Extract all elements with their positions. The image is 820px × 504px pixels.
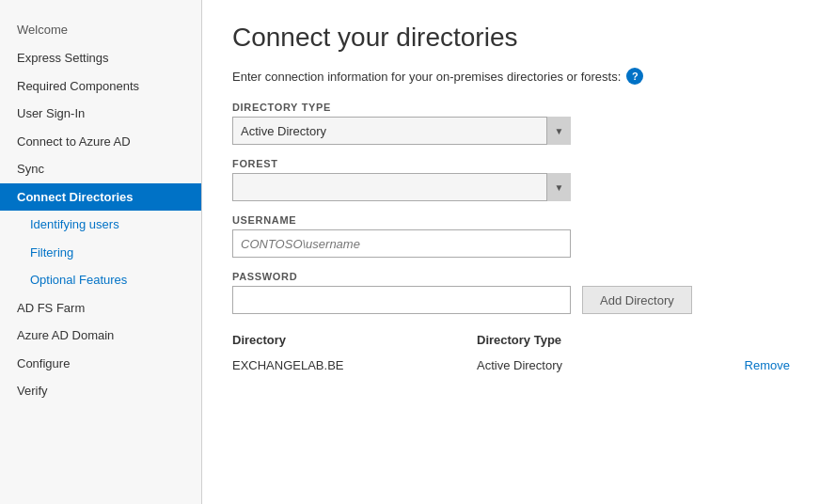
main-content: Connect your directories Enter connectio… <box>202 0 820 504</box>
forest-dropdown-wrapper: ▼ <box>232 173 571 201</box>
directory-table: Directory Directory Type EXCHANGELAB.BEA… <box>232 333 790 377</box>
sidebar-item-identifying-users[interactable]: Identifying users <box>0 211 201 239</box>
directory-row: EXCHANGELAB.BEActive DirectoryRemove <box>232 353 790 377</box>
remove-link-0[interactable]: Remove <box>745 358 790 372</box>
subtitle: Enter connection information for your on… <box>232 68 790 85</box>
col-directory-header: Directory <box>232 333 477 347</box>
sidebar: Welcome Express SettingsRequired Compone… <box>0 0 202 504</box>
password-row: Add Directory <box>232 286 790 314</box>
help-icon[interactable]: ? <box>626 68 643 85</box>
page-title: Connect your directories <box>232 23 790 53</box>
sidebar-item-optional-features[interactable]: Optional Features <box>0 266 201 294</box>
directory-action-0: Remove <box>665 356 790 373</box>
directory-type-val-0: Active Directory <box>477 358 665 372</box>
col-action-header <box>665 333 790 347</box>
directory-name-0: EXCHANGELAB.BE <box>232 358 477 372</box>
sidebar-item-required-components[interactable]: Required Components <box>0 72 201 101</box>
forest-group: FOREST ▼ <box>232 158 790 201</box>
sidebar-item-verify[interactable]: Verify <box>0 377 201 405</box>
sidebar-item-express-settings[interactable]: Express Settings <box>0 44 201 72</box>
sidebar-item-ad-fs-farm[interactable]: AD FS Farm <box>0 294 201 323</box>
directory-table-header: Directory Directory Type <box>232 333 790 351</box>
directory-type-select[interactable]: Active Directory LDAP <box>232 117 571 145</box>
directory-type-label: DIRECTORY TYPE <box>232 102 790 113</box>
sidebar-item-sync[interactable]: Sync <box>0 155 201 183</box>
username-input[interactable] <box>232 229 571 258</box>
subtitle-text: Enter connection information for your on… <box>232 70 621 84</box>
add-directory-button[interactable]: Add Directory <box>582 286 692 314</box>
password-label: PASSWORD <box>232 271 790 282</box>
forest-label: FOREST <box>232 158 790 169</box>
sidebar-welcome: Welcome <box>0 19 201 44</box>
sidebar-item-azure-ad-domain[interactable]: Azure AD Domain <box>0 322 201 350</box>
forest-select[interactable] <box>232 173 571 201</box>
sidebar-item-user-sign-in[interactable]: User Sign-In <box>0 100 201 128</box>
directory-type-dropdown-wrapper: Active Directory LDAP ▼ <box>232 117 571 145</box>
directory-type-group: DIRECTORY TYPE Active Directory LDAP ▼ <box>232 102 790 145</box>
col-type-header: Directory Type <box>477 333 665 347</box>
sidebar-item-filtering[interactable]: Filtering <box>0 239 201 267</box>
sidebar-item-connect-directories[interactable]: Connect Directories <box>0 183 201 212</box>
username-label: USERNAME <box>232 214 790 226</box>
password-input[interactable] <box>232 286 571 314</box>
app-container: Welcome Express SettingsRequired Compone… <box>0 0 820 504</box>
sidebar-item-connect-to-azure-ad[interactable]: Connect to Azure AD <box>0 128 201 156</box>
sidebar-item-configure[interactable]: Configure <box>0 350 201 378</box>
username-group: USERNAME <box>232 214 790 258</box>
password-group: PASSWORD Add Directory <box>232 271 790 314</box>
